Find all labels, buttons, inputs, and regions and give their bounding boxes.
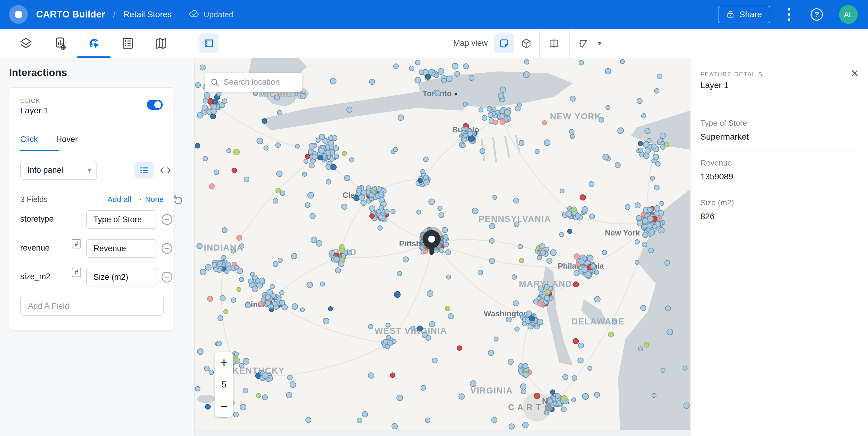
- map-dot[interactable]: [226, 266, 231, 271]
- map-dot[interactable]: [578, 358, 583, 363]
- map-dot[interactable]: [257, 138, 263, 144]
- map-dot[interactable]: [470, 380, 476, 386]
- map-dot[interactable]: [274, 95, 280, 100]
- map-dot[interactable]: [204, 93, 210, 98]
- map-dot[interactable]: [234, 149, 240, 155]
- map-dot[interactable]: [472, 208, 478, 214]
- map-canvas[interactable]: MICHIGANNEW YORKPENNSYLVANIAOHIOINDIANAW…: [195, 58, 690, 430]
- map-dot[interactable]: [498, 93, 504, 98]
- map-dot[interactable]: [664, 260, 670, 265]
- map-dot[interactable]: [572, 207, 576, 211]
- map-dot[interactable]: [644, 343, 649, 347]
- map-dot[interactable]: [378, 226, 382, 230]
- map-dot[interactable]: [232, 168, 237, 173]
- map-dot[interactable]: [418, 178, 422, 183]
- map-dot[interactable]: [237, 268, 243, 273]
- map-dot[interactable]: [301, 308, 305, 312]
- collapse-panel-button[interactable]: [199, 33, 218, 53]
- map-dot[interactable]: [480, 149, 485, 154]
- map-dot[interactable]: [582, 207, 588, 212]
- map-dot[interactable]: [308, 192, 314, 198]
- map-dot[interactable]: [266, 295, 271, 300]
- map-dot[interactable]: [647, 138, 651, 143]
- map-dot[interactable]: [415, 60, 420, 65]
- map-dot[interactable]: [280, 290, 284, 295]
- map-dot[interactable]: [353, 195, 359, 201]
- map-dot[interactable]: [537, 255, 541, 260]
- map-dot[interactable]: [661, 145, 665, 150]
- map-dot[interactable]: [647, 223, 652, 228]
- map-dot[interactable]: [415, 77, 421, 83]
- map-dot[interactable]: [393, 64, 398, 69]
- map-dot[interactable]: [221, 255, 226, 260]
- map-dot[interactable]: [445, 306, 450, 311]
- map-dot[interactable]: [368, 373, 374, 378]
- map-dot[interactable]: [521, 389, 526, 394]
- map-dot[interactable]: [333, 145, 339, 151]
- map-dot[interactable]: [442, 227, 447, 233]
- map-dot[interactable]: [232, 356, 238, 362]
- map-dot[interactable]: [559, 232, 564, 237]
- map-dot[interactable]: [654, 185, 659, 190]
- map-dot[interactable]: [459, 394, 464, 399]
- map-dot[interactable]: [200, 65, 205, 70]
- map-dot[interactable]: [649, 248, 654, 253]
- map-dot[interactable]: [570, 134, 575, 138]
- map-dot[interactable]: [366, 190, 370, 194]
- map-dot[interactable]: [638, 347, 643, 351]
- map-dot[interactable]: [338, 261, 344, 266]
- map-dot[interactable]: [342, 151, 347, 155]
- map-dot[interactable]: [545, 289, 550, 295]
- map-dot[interactable]: [207, 296, 213, 301]
- map-dot[interactable]: [235, 352, 239, 356]
- help-icon[interactable]: ?: [810, 8, 824, 21]
- map-dot[interactable]: [620, 59, 624, 64]
- map-dot[interactable]: [301, 93, 306, 99]
- map-dot[interactable]: [312, 154, 317, 159]
- map-dot[interactable]: [515, 326, 519, 331]
- list-view-button[interactable]: [134, 162, 154, 178]
- map-dot[interactable]: [347, 107, 352, 112]
- map-dot[interactable]: [446, 76, 453, 82]
- map-dot[interactable]: [579, 343, 584, 348]
- map-dot[interactable]: [394, 292, 400, 298]
- map-dot[interactable]: [540, 250, 546, 255]
- map-dot[interactable]: [397, 395, 403, 401]
- map-dot[interactable]: [658, 228, 664, 233]
- remove-field-button[interactable]: [161, 271, 173, 283]
- map-dot[interactable]: [641, 114, 646, 118]
- map-dot[interactable]: [561, 407, 566, 412]
- layers-tab-icon[interactable]: [19, 36, 33, 50]
- map-dot[interactable]: [419, 70, 424, 75]
- map-dot[interactable]: [514, 222, 519, 227]
- map-dot[interactable]: [609, 332, 614, 338]
- map-dot[interactable]: [563, 374, 568, 380]
- map-dot[interactable]: [252, 286, 258, 292]
- view-2d-button[interactable]: [494, 33, 514, 53]
- map-dot[interactable]: [644, 153, 649, 158]
- map-dot[interactable]: [579, 61, 584, 65]
- map-dot[interactable]: [647, 207, 652, 212]
- map-dot[interactable]: [276, 143, 280, 147]
- map-dot[interactable]: [287, 393, 292, 398]
- map-dot[interactable]: [335, 268, 341, 273]
- map-dot[interactable]: [216, 341, 221, 346]
- map-dot[interactable]: [344, 175, 350, 181]
- map-dot[interactable]: [589, 181, 594, 187]
- map-dot[interactable]: [239, 364, 244, 368]
- map-dot[interactable]: [222, 98, 227, 104]
- map-dot[interactable]: [200, 269, 206, 275]
- map-dot[interactable]: [643, 224, 647, 229]
- map-dot[interactable]: [500, 119, 505, 124]
- map-dot[interactable]: [218, 315, 223, 321]
- map-dot[interactable]: [590, 214, 595, 219]
- map-dot[interactable]: [386, 335, 391, 340]
- map-dot[interactable]: [217, 261, 222, 266]
- map-dot[interactable]: [205, 264, 211, 270]
- share-button[interactable]: Share: [718, 6, 770, 23]
- map-dot[interactable]: [547, 258, 552, 264]
- map-dot[interactable]: [378, 192, 384, 197]
- map-dot[interactable]: [641, 305, 646, 311]
- remove-field-button[interactable]: [161, 242, 173, 255]
- map-dot[interactable]: [197, 349, 204, 355]
